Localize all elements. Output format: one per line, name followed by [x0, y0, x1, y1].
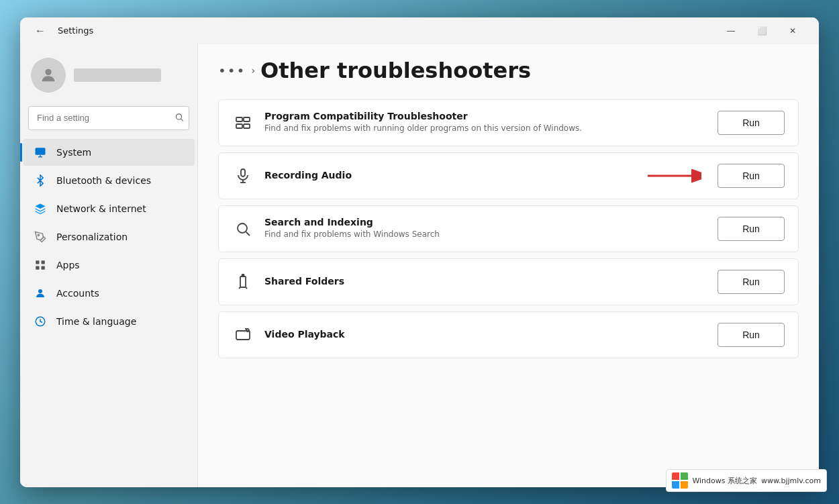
breadcrumb-chevron: ›: [251, 65, 255, 76]
window-controls: — ⬜ ✕: [715, 20, 808, 42]
sidebar-label-system: System: [56, 147, 91, 158]
recording-audio-title: Recording Audio: [264, 170, 637, 181]
search-indexing-text: Search and Indexing Find and fix problem…: [264, 217, 707, 240]
main-content: ••• › Other troubleshooters: [198, 44, 819, 487]
network-icon: [34, 202, 47, 215]
close-button[interactable]: ✕: [777, 20, 808, 42]
watermark: Windows 系统之家 www.bjjmlv.com: [666, 469, 827, 492]
video-playback-text: Video Playback: [264, 329, 707, 341]
search-indexing-title: Search and Indexing: [264, 217, 707, 228]
system-icon: [34, 146, 47, 159]
run-program-compatibility-button[interactable]: Run: [718, 111, 785, 135]
shared-folders-text: Shared Folders: [264, 276, 707, 288]
svg-line-2: [181, 119, 183, 121]
sidebar-label-bluetooth: Bluetooth & devices: [56, 175, 151, 186]
svg-rect-3: [36, 148, 46, 155]
svg-rect-24: [240, 276, 246, 287]
watermark-url: www.bjjmlv.com: [761, 476, 821, 485]
apps-icon: [34, 258, 47, 272]
sidebar-item-personalization[interactable]: Personalization: [23, 223, 195, 250]
svg-rect-16: [244, 124, 250, 128]
time-icon: [34, 315, 47, 328]
sidebar-label-personalization: Personalization: [56, 232, 128, 242]
window-title: Settings: [58, 26, 93, 36]
recording-audio-text: Recording Audio: [264, 170, 637, 182]
maximize-button[interactable]: ⬜: [746, 20, 777, 42]
search-input[interactable]: [28, 106, 189, 130]
search-box: [28, 106, 189, 130]
svg-point-6: [38, 234, 39, 236]
program-compatibility-desc: Find and fix problems with running older…: [264, 123, 707, 134]
watermark-text: Windows 系统之家: [692, 476, 757, 486]
breadcrumb-dots[interactable]: •••: [218, 62, 246, 79]
run-recording-audio-button[interactable]: Run: [718, 164, 785, 188]
troubleshooter-item-video-playback: Video Playback Run: [218, 311, 799, 358]
search-indexing-icon: [232, 218, 254, 240]
breadcrumb: ••• › Other troubleshooters: [218, 58, 799, 83]
video-playback-icon: [232, 324, 254, 346]
svg-rect-15: [236, 124, 242, 128]
content-area: System Bluetooth & devices: [20, 44, 819, 487]
troubleshooter-item-shared-folders: Shared Folders Run: [218, 258, 799, 305]
sidebar: System Bluetooth & devices: [20, 44, 198, 487]
settings-window: ← Settings — ⬜ ✕: [20, 17, 819, 487]
svg-rect-9: [36, 266, 39, 269]
svg-rect-17: [241, 169, 245, 177]
svg-rect-13: [236, 117, 242, 121]
run-shared-folders-button[interactable]: Run: [718, 270, 785, 294]
accounts-icon: [34, 287, 47, 300]
svg-rect-14: [244, 117, 250, 121]
watermark-logo: [672, 472, 688, 489]
sidebar-item-bluetooth[interactable]: Bluetooth & devices: [23, 167, 195, 194]
svg-line-27: [239, 287, 240, 289]
troubleshooter-item-program-compatibility: Program Compatibility Troubleshooter Fin…: [218, 99, 799, 146]
sidebar-label-apps: Apps: [56, 260, 80, 270]
sidebar-item-network[interactable]: Network & internet: [23, 195, 195, 222]
program-compatibility-text: Program Compatibility Troubleshooter Fin…: [264, 111, 707, 134]
shared-folders-icon: [232, 271, 254, 293]
svg-point-11: [38, 289, 42, 293]
troubleshooter-item-recording-audio: Recording Audio Run: [218, 152, 799, 199]
svg-rect-8: [42, 260, 45, 264]
sidebar-label-time: Time & language: [56, 316, 136, 327]
troubleshooter-list: Program Compatibility Troubleshooter Fin…: [218, 99, 799, 364]
sidebar-label-network: Network & internet: [56, 203, 146, 214]
user-profile: [20, 52, 197, 103]
svg-point-0: [45, 68, 51, 74]
run-search-indexing-button[interactable]: Run: [718, 217, 785, 241]
recording-audio-icon: [232, 165, 254, 187]
personalization-icon: [34, 230, 47, 244]
svg-point-26: [242, 274, 244, 276]
page-title: Other troubleshooters: [260, 58, 531, 83]
avatar: [31, 58, 66, 93]
program-compatibility-title: Program Compatibility Troubleshooter: [264, 111, 707, 121]
program-compatibility-icon: [232, 112, 254, 134]
search-indexing-desc: Find and fix problems with Windows Searc…: [264, 229, 707, 240]
bluetooth-icon: [34, 174, 47, 187]
sidebar-item-time[interactable]: Time & language: [23, 308, 195, 335]
sidebar-item-system[interactable]: System: [23, 139, 195, 166]
run-video-playback-button[interactable]: Run: [718, 323, 785, 347]
title-bar: ← Settings — ⬜ ✕: [20, 17, 819, 44]
troubleshooter-item-search-indexing: Search and Indexing Find and fix problem…: [218, 205, 799, 252]
sidebar-label-accounts: Accounts: [56, 288, 99, 299]
svg-rect-7: [36, 260, 39, 264]
svg-rect-29: [236, 331, 250, 340]
back-button[interactable]: ←: [31, 21, 50, 40]
sidebar-item-accounts[interactable]: Accounts: [23, 280, 195, 307]
svg-line-23: [246, 232, 250, 236]
title-bar-left: ← Settings: [31, 21, 93, 40]
svg-point-22: [238, 223, 247, 233]
minimize-button[interactable]: —: [715, 20, 746, 42]
arrow-indicator: [648, 166, 701, 185]
sidebar-item-apps[interactable]: Apps: [23, 252, 195, 279]
svg-point-1: [176, 113, 181, 119]
video-playback-title: Video Playback: [264, 329, 707, 340]
search-icon[interactable]: [175, 112, 184, 123]
shared-folders-title: Shared Folders: [264, 276, 707, 287]
svg-rect-10: [42, 266, 45, 269]
user-name: [74, 68, 161, 82]
svg-line-28: [246, 287, 247, 289]
